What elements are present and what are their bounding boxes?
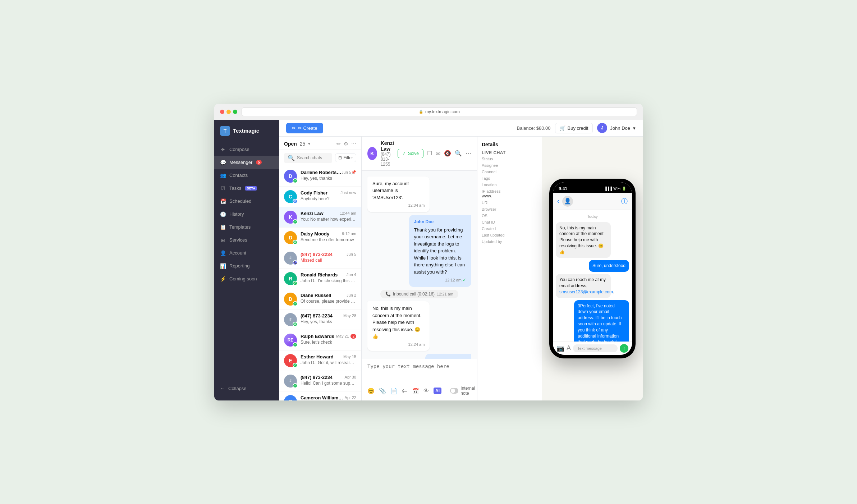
chat-item-diane[interactable]: D ✓ Diane Russell Jun 2 Of course, pleas… — [279, 289, 361, 310]
settings-icon[interactable]: ⚙ — [344, 141, 348, 147]
sidebar-item-messenger[interactable]: 💬 Messenger 5 — [214, 156, 279, 169]
phone-text-input[interactable]: Text message — [573, 344, 618, 352]
chat-item-ralph[interactable]: RE ✓ Ralph Edwards May 21 2 Sure, let's … — [279, 330, 361, 350]
chat-list-panel: Open 25 ▾ ✏ ⚙ ⋯ 🔍 — [279, 137, 362, 400]
sidebar-item-tasks[interactable]: ☑ Tasks BETA — [214, 182, 279, 195]
checkbox-icon[interactable]: ☐ — [427, 150, 432, 157]
chat-header-info: Kenzi Law (847) 813-1255 — [381, 140, 394, 167]
contact-phone: (847) 813-1255 — [381, 152, 394, 167]
chat-preview: Hello! Can I got some support? — [301, 381, 356, 386]
chat-item-cody[interactable]: C @ Cody Fisher Just now Anybody here? — [279, 187, 361, 207]
sidebar-item-reporting[interactable]: 📊 Reporting — [214, 260, 279, 272]
chat-item-phone1[interactable]: # 📞 (847) 873-2234 Jun 5 Missed call — [279, 248, 361, 269]
chat-info-cameron: Cameron Williamson Apr 22 Thanks! It hel… — [301, 395, 356, 400]
toggle-switch[interactable] — [450, 388, 458, 394]
pin-icon: 📌 — [351, 170, 356, 175]
chat-window: K Kenzi Law (847) 813-1255 ✓ Solve ☐ ✉ — [362, 137, 477, 400]
sidebar-label-tasks: Tasks — [229, 185, 241, 191]
template-icon[interactable]: 📄 — [390, 388, 398, 394]
email-icon[interactable]: ✉ — [436, 150, 440, 157]
sidebar-item-services[interactable]: ⊞ Services — [214, 234, 279, 247]
filter-button[interactable]: ⊟ Filter — [335, 154, 356, 162]
tag-icon[interactable]: 🏷 — [402, 388, 408, 394]
tasks-icon: ☑ — [220, 185, 226, 191]
chat-name: (847) 873-2234 — [301, 252, 333, 257]
sidebar-item-scheduled[interactable]: 📅 Scheduled — [214, 195, 279, 208]
buy-credit-button[interactable]: 🛒 Buy credit — [555, 123, 593, 133]
signal-icon: ▐▐▐ — [604, 187, 612, 191]
more-icon[interactable]: ⋯ — [351, 141, 356, 147]
internal-note-toggle[interactable]: Internal note — [450, 386, 477, 396]
sidebar-item-compose[interactable]: ✈ Compose — [214, 143, 279, 156]
search-messages-icon[interactable]: 🔍 — [455, 150, 462, 157]
chat-item-ronald[interactable]: R ✓ Ronald Richards Jun 4 John D.: I'm c… — [279, 269, 361, 289]
contacts-icon: 👥 — [220, 173, 226, 178]
chat-preview: Hey, yes, thanks — [301, 176, 356, 181]
attachment-icon[interactable]: 📎 — [379, 388, 386, 394]
message-sender: John Doe — [430, 357, 466, 359]
chat-item-cameron[interactable]: C ✓ Cameron Williamson Apr 22 Thanks! It… — [279, 391, 361, 400]
chat-time: Just now — [341, 191, 356, 195]
search-input[interactable] — [297, 155, 329, 160]
address-bar[interactable]: 🔒 my.textmagic.com — [242, 107, 637, 116]
solve-button[interactable]: ✓ Solve — [398, 149, 423, 158]
chat-name: Cody Fisher — [301, 190, 327, 196]
sidebar-item-templates[interactable]: 📋 Templates — [214, 221, 279, 234]
avatar-phone1: # 📞 — [284, 252, 297, 265]
internal-note-label: Internal note — [460, 386, 477, 396]
chat-name-row: (847) 873-2234 Apr 30 — [301, 375, 356, 380]
details-row-updated: Last updated — [482, 233, 537, 237]
chat-item-esther[interactable]: E ✓ Esther Howard May 15 John D.: Got it… — [279, 350, 361, 371]
close-dot[interactable] — [220, 110, 224, 114]
phone-back-button[interactable]: ‹ — [557, 197, 559, 205]
chat-name-row: Kenzi Law 12:44 am — [301, 211, 356, 216]
sidebar-label-services: Services — [229, 237, 247, 243]
create-button[interactable]: ✏ ✏ Create — [286, 123, 323, 133]
minimize-dot[interactable] — [226, 110, 231, 114]
more-options-icon[interactable]: ⋯ — [466, 150, 471, 157]
chat-info-darlene: Darlene Robertson Jun 5 📌 Hey, yes, than… — [301, 170, 356, 181]
phone-camera-icon[interactable]: 📷 — [556, 344, 564, 352]
sidebar-collapse[interactable]: ← Collapse — [214, 382, 279, 395]
phone-send-button[interactable]: ↑ — [620, 344, 628, 353]
message-bubble: Sure, my account username is 'SMSUser123… — [367, 177, 430, 212]
sidebar-item-coming-soon[interactable]: ⚡ Coming soon — [214, 272, 279, 285]
emoji-icon[interactable]: 😊 — [367, 388, 375, 394]
app-body: Open 25 ▾ ✏ ⚙ ⋯ 🔍 — [279, 137, 643, 400]
phone-app-icon[interactable]: A — [567, 344, 571, 352]
compose-new-icon[interactable]: ✏ — [336, 141, 341, 147]
unread-badge: 2 — [350, 334, 356, 339]
chat-item-phone3[interactable]: # ✓ (847) 873-2234 Apr 30 Hello! Can I g… — [279, 371, 361, 391]
ai-icon[interactable]: AI — [434, 388, 441, 394]
sidebar-label-coming-soon: Coming soon — [229, 276, 257, 281]
message-bubble: John Doe Thank you for providing your us… — [409, 215, 471, 287]
sidebar-item-account[interactable]: 👤 Account — [214, 247, 279, 260]
mute-icon[interactable]: 🔇 — [444, 150, 451, 157]
browser-dots — [220, 110, 237, 114]
user-menu[interactable]: J John Doe ▾ — [597, 123, 636, 133]
chat-item-kenzi[interactable]: K ✓ Kenzi Law 12:44 am You: No matter ho… — [279, 207, 361, 228]
compose-input[interactable] — [367, 363, 471, 381]
sms-badge: ✓ — [293, 383, 298, 388]
maximize-dot[interactable] — [233, 110, 237, 114]
sms-badge: ✓ — [293, 219, 298, 224]
browser-window: 🔒 my.textmagic.com T Textmagic ✈ Compose… — [214, 104, 643, 400]
whatsapp-badge: W — [293, 322, 298, 327]
detail-label: Chat ID — [482, 220, 537, 224]
chat-name: Daisy Moody — [301, 231, 329, 237]
chat-item-phone2[interactable]: # W (847) 873-2234 May 28 Hey, yes, than… — [279, 310, 361, 330]
phone-info-button[interactable]: ⓘ — [621, 197, 628, 206]
chevron-down-icon[interactable]: ▾ — [308, 141, 310, 146]
phone-msg-2: Sure, understood — [589, 260, 629, 272]
chat-item-daisy[interactable]: D W Daisy Moody 9:12 am Send me the offe… — [279, 228, 361, 248]
detail-label: IP address — [482, 189, 537, 193]
calendar-icon[interactable]: 📅 — [412, 388, 419, 394]
sidebar-item-contacts[interactable]: 👥 Contacts — [214, 169, 279, 182]
details-row-os: OS — [482, 214, 537, 218]
preview-icon[interactable]: 👁 — [423, 388, 429, 394]
chat-item-darlene[interactable]: D ✓ Darlene Robertson Jun 5 📌 Hey, yes, … — [279, 166, 361, 187]
sidebar-item-history[interactable]: 🕐 History — [214, 208, 279, 221]
user-initial: J — [601, 125, 604, 130]
chat-preview: Missed call — [301, 258, 356, 263]
reporting-icon: 📊 — [220, 263, 226, 269]
